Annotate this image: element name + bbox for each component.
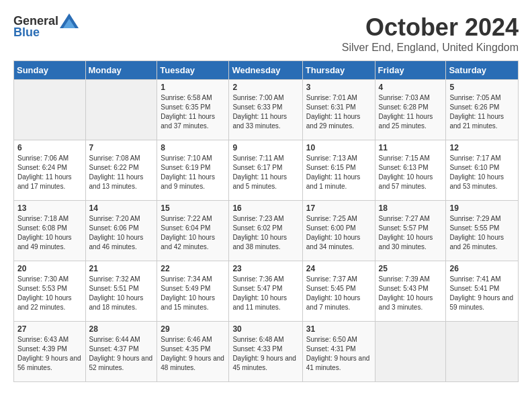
day-info: Sunrise: 7:25 AMSunset: 6:00 PMDaylight:… [306, 214, 371, 252]
logo: General Blue [13, 13, 79, 40]
day-info: Sunrise: 7:41 AMSunset: 5:41 PMDaylight:… [449, 275, 515, 312]
calendar-subtitle: Silver End, England, United Kingdom [342, 42, 519, 54]
table-row: 10Sunrise: 7:13 AMSunset: 6:15 PMDayligh… [302, 140, 375, 201]
day-number: 17 [306, 203, 371, 213]
day-number: 13 [17, 203, 82, 213]
table-row: 30Sunrise: 6:48 AMSunset: 4:33 PMDayligh… [229, 322, 302, 382]
day-number: 11 [379, 143, 443, 152]
day-number: 29 [161, 324, 225, 334]
header-sunday: Sunday [14, 61, 86, 80]
table-row: 17Sunrise: 7:25 AMSunset: 6:00 PMDayligh… [302, 201, 375, 261]
day-info: Sunrise: 7:13 AMSunset: 6:15 PMDaylight:… [306, 154, 371, 191]
table-row: 13Sunrise: 7:18 AMSunset: 6:08 PMDayligh… [14, 201, 86, 261]
day-number: 5 [449, 83, 515, 92]
table-row: 7Sunrise: 7:08 AMSunset: 6:22 PMDaylight… [85, 140, 157, 201]
table-row: 28Sunrise: 6:44 AMSunset: 4:37 PMDayligh… [85, 322, 157, 382]
day-info: Sunrise: 7:37 AMSunset: 5:45 PMDaylight:… [306, 275, 371, 312]
table-row: 4Sunrise: 7:03 AMSunset: 6:28 PMDaylight… [375, 80, 446, 140]
table-row: 8Sunrise: 7:10 AMSunset: 6:19 PMDaylight… [157, 140, 229, 201]
day-info: Sunrise: 7:17 AMSunset: 6:10 PMDaylight:… [449, 154, 515, 191]
header-saturday: Saturday [446, 61, 519, 80]
header-row: Sunday Monday Tuesday Wednesday Thursday… [14, 61, 519, 80]
table-row: 21Sunrise: 7:32 AMSunset: 5:51 PMDayligh… [85, 261, 157, 322]
day-number: 2 [232, 83, 298, 92]
day-info: Sunrise: 7:15 AMSunset: 6:13 PMDaylight:… [379, 154, 443, 191]
calendar-table: Sunday Monday Tuesday Wednesday Thursday… [13, 60, 519, 382]
day-number: 10 [306, 143, 371, 152]
day-info: Sunrise: 6:50 AMSunset: 4:31 PMDaylight:… [306, 335, 371, 373]
day-number: 18 [379, 203, 443, 213]
day-number: 4 [379, 83, 443, 92]
calendar-week-row: 27Sunrise: 6:43 AMSunset: 4:39 PMDayligh… [14, 322, 519, 382]
day-number: 24 [306, 264, 371, 273]
table-row: 2Sunrise: 7:00 AMSunset: 6:33 PMDaylight… [229, 80, 302, 140]
title-section: October 2024 Silver End, England, United… [342, 13, 519, 54]
table-row: 26Sunrise: 7:41 AMSunset: 5:41 PMDayligh… [446, 261, 519, 322]
day-info: Sunrise: 7:36 AMSunset: 5:47 PMDaylight:… [232, 275, 298, 312]
calendar-week-row: 13Sunrise: 7:18 AMSunset: 6:08 PMDayligh… [14, 201, 519, 261]
day-info: Sunrise: 7:11 AMSunset: 6:17 PMDaylight:… [232, 154, 298, 191]
calendar-title: October 2024 [342, 13, 519, 42]
day-number: 27 [17, 324, 82, 334]
day-info: Sunrise: 6:44 AMSunset: 4:37 PMDaylight:… [89, 335, 154, 373]
table-row: 3Sunrise: 7:01 AMSunset: 6:31 PMDaylight… [302, 80, 375, 140]
day-number: 9 [232, 143, 298, 152]
table-row: 12Sunrise: 7:17 AMSunset: 6:10 PMDayligh… [446, 140, 519, 201]
day-number: 23 [232, 264, 298, 273]
day-number: 21 [89, 264, 154, 273]
day-number: 19 [449, 203, 515, 213]
day-info: Sunrise: 7:03 AMSunset: 6:28 PMDaylight:… [379, 93, 443, 131]
day-number: 20 [17, 264, 82, 273]
day-info: Sunrise: 7:27 AMSunset: 5:57 PMDaylight:… [379, 214, 443, 252]
day-number: 14 [89, 203, 154, 213]
table-row: 6Sunrise: 7:06 AMSunset: 6:24 PMDaylight… [14, 140, 86, 201]
calendar-week-row: 1Sunrise: 6:58 AMSunset: 6:35 PMDaylight… [14, 80, 519, 140]
day-number: 22 [161, 264, 225, 273]
calendar-week-row: 6Sunrise: 7:06 AMSunset: 6:24 PMDaylight… [14, 140, 519, 201]
table-row: 20Sunrise: 7:30 AMSunset: 5:53 PMDayligh… [14, 261, 86, 322]
table-row: 25Sunrise: 7:39 AMSunset: 5:43 PMDayligh… [375, 261, 446, 322]
day-info: Sunrise: 7:08 AMSunset: 6:22 PMDaylight:… [89, 154, 154, 191]
table-row: 9Sunrise: 7:11 AMSunset: 6:17 PMDaylight… [229, 140, 302, 201]
day-info: Sunrise: 7:23 AMSunset: 6:02 PMDaylight:… [232, 214, 298, 252]
day-number: 8 [161, 143, 225, 152]
day-info: Sunrise: 7:00 AMSunset: 6:33 PMDaylight:… [232, 93, 298, 131]
table-row: 11Sunrise: 7:15 AMSunset: 6:13 PMDayligh… [375, 140, 446, 201]
table-row: 14Sunrise: 7:20 AMSunset: 6:06 PMDayligh… [85, 201, 157, 261]
day-number: 12 [449, 143, 515, 152]
day-info: Sunrise: 7:30 AMSunset: 5:53 PMDaylight:… [17, 275, 82, 312]
day-number: 28 [89, 324, 154, 334]
day-info: Sunrise: 7:29 AMSunset: 5:55 PMDaylight:… [449, 214, 515, 252]
table-row: 23Sunrise: 7:36 AMSunset: 5:47 PMDayligh… [229, 261, 302, 322]
day-info: Sunrise: 7:39 AMSunset: 5:43 PMDaylight:… [379, 275, 443, 312]
table-row: 29Sunrise: 6:46 AMSunset: 4:35 PMDayligh… [157, 322, 229, 382]
day-number: 1 [161, 83, 225, 92]
header-wednesday: Wednesday [229, 61, 302, 80]
day-number: 25 [379, 264, 443, 273]
header-thursday: Thursday [302, 61, 375, 80]
day-info: Sunrise: 6:43 AMSunset: 4:39 PMDaylight:… [17, 335, 82, 373]
header-tuesday: Tuesday [157, 61, 229, 80]
day-number: 6 [17, 143, 82, 152]
day-info: Sunrise: 7:05 AMSunset: 6:26 PMDaylight:… [449, 93, 515, 131]
day-info: Sunrise: 7:20 AMSunset: 6:06 PMDaylight:… [89, 214, 154, 252]
page-header: General Blue October 2024 Silver End, En… [13, 13, 519, 54]
day-info: Sunrise: 6:46 AMSunset: 4:35 PMDaylight:… [161, 335, 225, 373]
table-row: 5Sunrise: 7:05 AMSunset: 6:26 PMDaylight… [446, 80, 519, 140]
day-number: 26 [449, 264, 515, 273]
day-number: 3 [306, 83, 371, 92]
table-row: 15Sunrise: 7:22 AMSunset: 6:04 PMDayligh… [157, 201, 229, 261]
header-monday: Monday [85, 61, 157, 80]
day-info: Sunrise: 7:18 AMSunset: 6:08 PMDaylight:… [17, 214, 82, 252]
table-row [85, 80, 157, 140]
day-info: Sunrise: 7:22 AMSunset: 6:04 PMDaylight:… [161, 214, 225, 252]
day-number: 7 [89, 143, 154, 152]
logo-icon [60, 13, 79, 28]
table-row: 18Sunrise: 7:27 AMSunset: 5:57 PMDayligh… [375, 201, 446, 261]
day-info: Sunrise: 7:32 AMSunset: 5:51 PMDaylight:… [89, 275, 154, 312]
table-row: 22Sunrise: 7:34 AMSunset: 5:49 PMDayligh… [157, 261, 229, 322]
day-number: 16 [232, 203, 298, 213]
calendar-week-row: 20Sunrise: 7:30 AMSunset: 5:53 PMDayligh… [14, 261, 519, 322]
table-row: 27Sunrise: 6:43 AMSunset: 4:39 PMDayligh… [14, 322, 86, 382]
day-info: Sunrise: 7:06 AMSunset: 6:24 PMDaylight:… [17, 154, 82, 191]
